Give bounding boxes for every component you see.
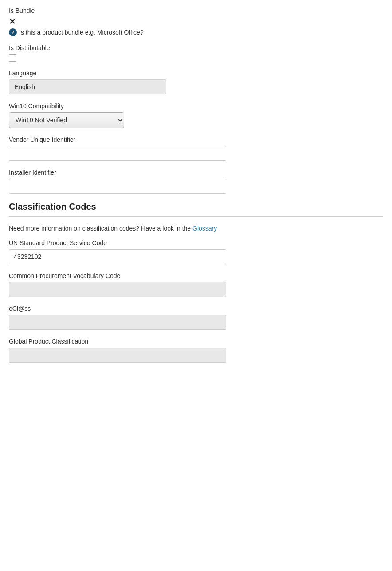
- global-product-field: Global Product Classification: [9, 338, 383, 363]
- is-bundle-help: ? Is this a product bundle e.g. Microsof…: [9, 28, 383, 36]
- is-distributable-field: Is Distributable: [9, 44, 383, 62]
- global-product-label: Global Product Classification: [9, 338, 383, 345]
- un-standard-input[interactable]: [9, 249, 226, 264]
- installer-identifier-label: Installer Identifier: [9, 169, 383, 176]
- un-standard-field: UN Standard Product Service Code: [9, 239, 383, 264]
- vendor-unique-identifier-field: Vendor Unique Identifier: [9, 136, 383, 161]
- cpv-label: Common Procurement Vocabulary Code: [9, 272, 383, 279]
- language-field: Language English: [9, 70, 383, 94]
- installer-identifier-input[interactable]: [9, 179, 226, 194]
- ecl-at-ss-input: [9, 315, 226, 330]
- un-standard-label: UN Standard Product Service Code: [9, 239, 383, 246]
- section-divider: [9, 216, 383, 217]
- classification-codes-section: Classification Codes Need more informati…: [9, 202, 383, 363]
- language-value: English: [9, 79, 166, 94]
- language-label: Language: [9, 70, 383, 77]
- ecl-at-ss-label: eCl@ss: [9, 305, 383, 312]
- is-bundle-field: Is Bundle ✕ ? Is this a product bundle e…: [9, 7, 383, 36]
- classification-info-before: Need more information on classification …: [9, 225, 192, 232]
- help-icon: ?: [9, 28, 17, 36]
- is-bundle-label: Is Bundle: [9, 7, 383, 14]
- is-distributable-checkbox[interactable]: [9, 54, 16, 62]
- global-product-input: [9, 348, 226, 363]
- is-distributable-checkbox-wrapper: [9, 54, 383, 62]
- installer-identifier-field: Installer Identifier: [9, 169, 383, 194]
- vendor-unique-identifier-input[interactable]: [9, 146, 226, 161]
- vendor-unique-identifier-label: Vendor Unique Identifier: [9, 136, 383, 143]
- is-distributable-label: Is Distributable: [9, 44, 383, 51]
- cpv-input: [9, 282, 226, 297]
- glossary-link[interactable]: Glossary: [192, 225, 217, 232]
- classification-codes-title: Classification Codes: [9, 202, 383, 212]
- win10-compatibility-select[interactable]: Win10 Not Verified Win10 Compatible Win1…: [9, 112, 124, 128]
- is-bundle-checked-icon: ✕: [9, 17, 383, 27]
- is-bundle-help-text: Is this a product bundle e.g. Microsoft …: [19, 29, 144, 36]
- ecl-at-ss-field: eCl@ss: [9, 305, 383, 330]
- win10-compatibility-field: Win10 Compatibility Win10 Not Verified W…: [9, 102, 383, 128]
- cpv-field: Common Procurement Vocabulary Code: [9, 272, 383, 297]
- classification-info-text: Need more information on classification …: [9, 224, 383, 233]
- win10-compatibility-label: Win10 Compatibility: [9, 102, 383, 110]
